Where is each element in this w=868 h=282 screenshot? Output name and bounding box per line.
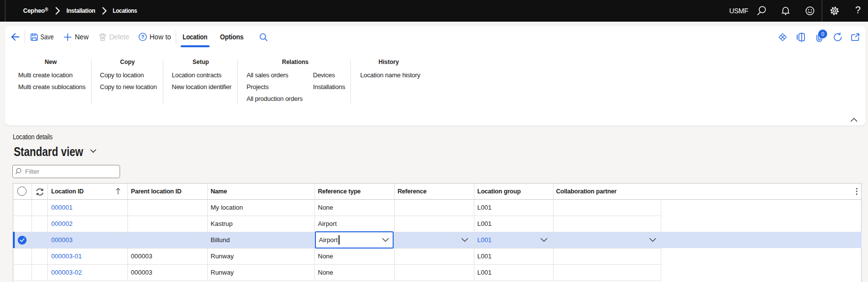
svg-text:?: ? [141, 34, 144, 40]
